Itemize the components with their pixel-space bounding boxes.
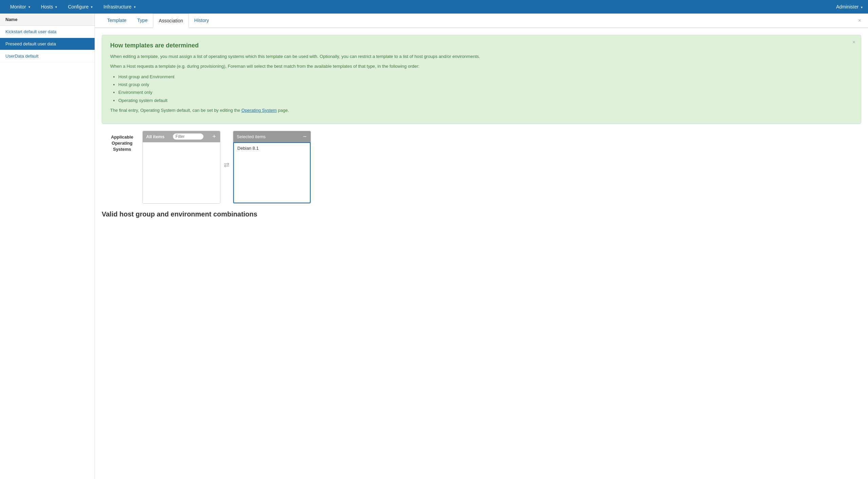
tab-association[interactable]: Association: [153, 14, 189, 28]
hosts-caret: ▾: [55, 5, 57, 9]
info-box-close-icon[interactable]: ×: [852, 39, 855, 45]
topnav-left: Monitor ▾ Hosts ▾ Configure ▾ Infrastruc…: [5, 1, 140, 13]
sidebar-item-userdata[interactable]: UserData default: [0, 50, 95, 62]
hosts-label: Hosts: [41, 4, 53, 9]
operating-system-link[interactable]: Operating System: [241, 108, 277, 113]
filter-input[interactable]: [173, 133, 203, 140]
selected-items-header: Selected items −: [233, 131, 311, 142]
info-box: × How templates are determined When edit…: [102, 35, 861, 124]
info-box-para1: When editing a template, you must assign…: [110, 53, 853, 60]
info-box-list: Host group and Environment Host group on…: [118, 73, 853, 105]
configure-label: Configure: [68, 4, 88, 9]
main-layout: Name Kickstart default user data Preseed…: [0, 14, 868, 479]
all-items-header: All items +: [143, 131, 220, 142]
sidebar-header: Name: [0, 14, 95, 26]
sidebar: Name Kickstart default user data Preseed…: [0, 14, 95, 479]
tabs-container: Template Type Association History ×: [95, 14, 868, 28]
list-item-4: Operating system default: [118, 97, 853, 104]
info-box-para2: When a Host requests a template (e.g. du…: [110, 63, 853, 70]
transfer-arrows-icon: ⇄: [224, 161, 230, 169]
sidebar-item-kickstart[interactable]: Kickstart default user data: [0, 26, 95, 38]
all-items-box: All items +: [142, 131, 220, 204]
all-items-body: [143, 142, 220, 203]
all-items-label: All items: [146, 134, 164, 139]
tab-type[interactable]: Type: [132, 14, 153, 28]
administer-menu[interactable]: Administer ▾: [836, 4, 863, 9]
selected-items-box: Selected items − Debian 8.1: [233, 131, 311, 204]
sidebar-header-label: Name: [5, 17, 17, 22]
selected-items-body: Debian 8.1: [233, 142, 311, 203]
administer-caret: ▾: [861, 5, 863, 9]
sidebar-link-preseed[interactable]: Preseed default user data: [5, 41, 56, 46]
monitor-caret: ▾: [28, 5, 30, 9]
hosts-menu[interactable]: Hosts ▾: [36, 1, 62, 13]
applicable-os-label: Applicable Operating Systems: [102, 131, 142, 153]
configure-caret: ▾: [91, 5, 93, 9]
sidebar-link-kickstart[interactable]: Kickstart default user data: [5, 29, 56, 34]
infrastructure-menu[interactable]: Infrastructure ▾: [99, 1, 140, 13]
infrastructure-label: Infrastructure: [103, 4, 131, 9]
tab-history[interactable]: History: [189, 14, 215, 28]
main-content: Template Type Association History × × Ho…: [95, 14, 868, 479]
top-navigation: Monitor ▾ Hosts ▾ Configure ▾ Infrastruc…: [0, 0, 868, 14]
administer-label: Administer: [836, 4, 859, 9]
list-item-3: Environment only: [118, 88, 853, 96]
remove-all-button[interactable]: −: [302, 133, 307, 140]
transfer-arrows: ⇄: [220, 131, 233, 199]
list-item-1: Host group and Environment: [118, 73, 853, 81]
configure-menu[interactable]: Configure ▾: [63, 1, 97, 13]
selected-items-label: Selected items: [237, 134, 265, 139]
monitor-label: Monitor: [10, 4, 26, 9]
monitor-menu[interactable]: Monitor ▾: [5, 1, 35, 13]
selected-item-debian[interactable]: Debian 8.1: [234, 144, 310, 152]
info-box-title: How templates are determined: [110, 42, 853, 49]
info-box-para3: The final entry, Operating System defaul…: [110, 107, 853, 114]
tab-template[interactable]: Template: [102, 14, 132, 28]
sidebar-item-preseed[interactable]: Preseed default user data: [0, 38, 95, 50]
dual-list-section: Applicable Operating Systems All items +…: [102, 131, 861, 204]
add-all-button[interactable]: +: [212, 133, 217, 140]
infrastructure-caret: ▾: [134, 5, 136, 9]
list-item-2: Host group only: [118, 81, 853, 88]
tab-close-icon[interactable]: ×: [858, 18, 861, 24]
sidebar-link-userdata[interactable]: UserData default: [5, 54, 39, 59]
section-title: Valid host group and environment combina…: [102, 210, 861, 218]
